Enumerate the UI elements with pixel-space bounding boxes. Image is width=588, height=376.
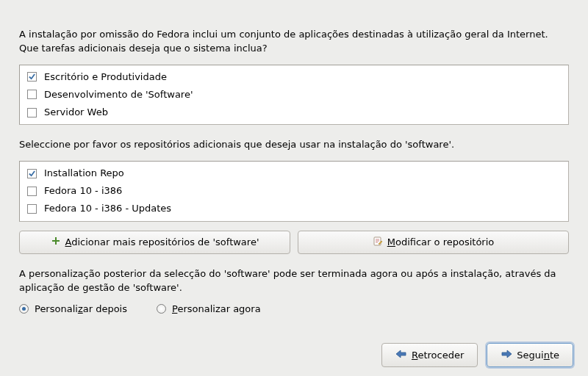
add-icon xyxy=(51,236,61,248)
arrow-right-icon xyxy=(501,349,512,361)
repo-row[interactable]: Installation Repo xyxy=(20,164,568,182)
add-repo-label: Adicionar mais repositórios de 'software… xyxy=(65,236,259,247)
next-button[interactable]: Seguinte xyxy=(487,343,573,367)
customize-intro-text: A personalização posterior da selecção d… xyxy=(19,267,569,295)
back-label: Retroceder xyxy=(412,350,464,361)
task-row[interactable]: Escritório e Produtividade xyxy=(20,68,568,86)
radio-indicator xyxy=(157,304,166,314)
checkbox[interactable] xyxy=(27,187,37,196)
radio-indicator xyxy=(19,304,29,314)
task-label: Servidor Web xyxy=(44,106,108,119)
repo-intro-text: Seleccione por favor os repositórios adi… xyxy=(19,138,569,152)
repo-label: Installation Repo xyxy=(44,167,124,180)
checkbox[interactable] xyxy=(27,108,37,118)
task-list: Escritório e ProdutividadeDesenvolviment… xyxy=(19,65,569,126)
task-row[interactable]: Servidor Web xyxy=(20,104,568,121)
repo-row[interactable]: Fedora 10 - i386 xyxy=(20,182,568,200)
repo-list: Installation RepoFedora 10 - i386Fedora … xyxy=(19,161,569,222)
modify-repo-label: Modificar o repositório xyxy=(387,236,495,247)
customize-now-label: Personalizar agora xyxy=(172,303,261,314)
checkbox[interactable] xyxy=(27,72,37,82)
checkbox[interactable] xyxy=(27,204,37,214)
customize-later-radio[interactable]: Personalizar depois xyxy=(19,303,127,314)
svg-rect-1 xyxy=(52,240,60,242)
intro-text: A instalação por omissão do Fedora inclu… xyxy=(19,28,569,56)
back-button[interactable]: Retroceder xyxy=(381,343,478,367)
next-label: Seguinte xyxy=(517,350,559,361)
task-row[interactable]: Desenvolvimento de 'Software' xyxy=(20,86,568,104)
add-repo-button[interactable]: Adicionar mais repositórios de 'software… xyxy=(19,231,290,254)
customize-later-label: Personalizar depois xyxy=(35,303,127,314)
modify-repo-button[interactable]: Modificar o repositório xyxy=(298,231,569,254)
repo-row[interactable]: Fedora 10 - i386 - Updates xyxy=(20,200,568,217)
repo-label: Fedora 10 - i386 xyxy=(44,184,122,198)
checkbox[interactable] xyxy=(27,169,37,178)
arrow-left-icon xyxy=(395,349,407,361)
repo-label: Fedora 10 - i386 - Updates xyxy=(44,202,171,215)
edit-icon xyxy=(373,236,383,248)
checkbox[interactable] xyxy=(27,90,37,99)
task-label: Escritório e Produtividade xyxy=(44,70,167,84)
task-label: Desenvolvimento de 'Software' xyxy=(44,88,193,101)
customize-now-radio[interactable]: Personalizar agora xyxy=(157,303,261,314)
